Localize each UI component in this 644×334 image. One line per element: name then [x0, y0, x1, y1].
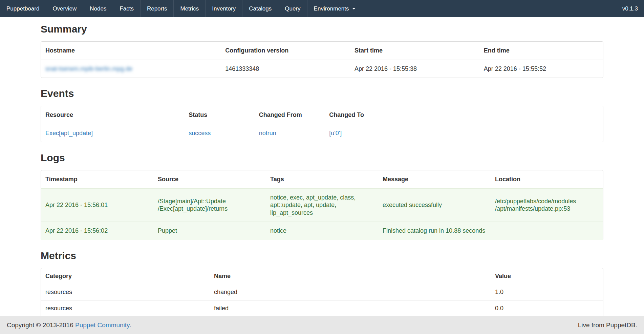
- event-row: Exec[apt_update] success notrun [u'0']: [41, 124, 603, 142]
- summary-col-start-time: Start time: [350, 42, 479, 60]
- page-footer: Copyright © 2013-2016 Puppet Community. …: [0, 316, 644, 334]
- copyright-suffix: .: [129, 321, 131, 329]
- nav-item-inventory[interactable]: Inventory: [206, 0, 242, 17]
- log-message-cell: executed successfully: [378, 188, 491, 222]
- log-source-cell: Puppet: [153, 222, 266, 240]
- metrics-col-category: Category: [41, 268, 210, 284]
- log-timestamp-cell: Apr 22 2016 - 15:56:01: [41, 188, 153, 222]
- summary-section-title: Summary: [41, 23, 603, 35]
- chevron-down-icon: [352, 8, 356, 9]
- events-col-changed-from: Changed From: [255, 106, 325, 124]
- event-status-cell: success: [184, 124, 255, 142]
- events-header-row: Resource Status Changed From Changed To: [41, 106, 603, 124]
- metric-row: resources failed 0.0: [41, 300, 603, 316]
- log-tags-cell: notice: [266, 222, 378, 240]
- metric-name-cell: failed: [210, 300, 491, 316]
- logs-col-tags: Tags: [266, 170, 378, 188]
- summary-header-row: Hostname Configuration version Start tim…: [41, 42, 603, 60]
- event-changed-from-cell: notrun: [255, 124, 325, 142]
- environments-dropdown[interactable]: Environments: [307, 0, 362, 17]
- top-navbar: Puppetboard Overview Nodes Facts Reports…: [0, 0, 644, 17]
- brand-puppetboard[interactable]: Puppetboard: [0, 0, 46, 17]
- version-label: v0.1.3: [616, 0, 644, 17]
- event-resource-cell: Exec[apt_update]: [41, 124, 184, 142]
- logs-col-message: Message: [378, 170, 491, 188]
- summary-col-hostname: Hostname: [41, 42, 221, 60]
- metrics-header-row: Category Name Value: [41, 268, 603, 284]
- logs-col-source: Source: [153, 170, 266, 188]
- metric-category-cell: resources: [41, 284, 210, 300]
- nav-item-metrics[interactable]: Metrics: [174, 0, 206, 17]
- puppetdb-status-text: Live from PuppetDB.: [578, 321, 637, 329]
- end-time-cell: Apr 22 2016 - 15:55:52: [479, 60, 603, 78]
- log-row: Apr 22 2016 - 15:56:02 Puppet notice Fin…: [41, 222, 603, 240]
- hostname-cell: snat-tserwm.mpib-berlin.mpg.de: [41, 60, 221, 78]
- summary-row: snat-tserwm.mpib-berlin.mpg.de 146133334…: [41, 60, 603, 78]
- metric-category-cell: resources: [41, 300, 210, 316]
- summary-col-end-time: End time: [479, 42, 603, 60]
- metrics-section-title: Metrics: [41, 250, 603, 262]
- logs-col-timestamp: Timestamp: [41, 170, 153, 188]
- event-changed-to-cell: [u'0']: [325, 124, 603, 142]
- nav-item-overview[interactable]: Overview: [46, 0, 83, 17]
- hostname-link[interactable]: snat-tserwm.mpib-berlin.mpg.de: [45, 65, 132, 72]
- event-status-link[interactable]: success: [189, 130, 211, 137]
- event-resource-link[interactable]: Exec[apt_update]: [45, 130, 93, 137]
- nav-item-reports[interactable]: Reports: [141, 0, 174, 17]
- log-timestamp-cell: Apr 22 2016 - 15:56:02: [41, 222, 153, 240]
- log-row: Apr 22 2016 - 15:56:01 /Stage[main]/Apt:…: [41, 188, 603, 222]
- logs-section-title: Logs: [41, 152, 603, 164]
- log-tags-cell: notice, exec, apt_update, class, apt::up…: [266, 188, 378, 222]
- metrics-col-value: Value: [491, 268, 603, 284]
- copyright-text: Copyright © 2013-2016 Puppet Community.: [7, 321, 131, 329]
- metrics-col-name: Name: [210, 268, 491, 284]
- log-location-cell: [491, 222, 603, 240]
- nav-item-catalogs[interactable]: Catalogs: [242, 0, 278, 17]
- metric-name-cell: changed: [210, 284, 491, 300]
- metric-value-cell: 0.0: [491, 300, 603, 316]
- events-col-changed-to: Changed To: [325, 106, 603, 124]
- summary-col-config-version: Configuration version: [221, 42, 350, 60]
- events-section-title: Events: [41, 88, 603, 99]
- metric-value-cell: 1.0: [491, 284, 603, 300]
- events-col-status: Status: [184, 106, 255, 124]
- metric-row: resources changed 1.0: [41, 284, 603, 300]
- events-col-resource: Resource: [41, 106, 184, 124]
- config-version-cell: 1461333348: [221, 60, 350, 78]
- log-source-cell: /Stage[main]/Apt::Update /Exec[apt_updat…: [153, 188, 266, 222]
- nav-item-nodes[interactable]: Nodes: [83, 0, 113, 17]
- puppet-community-link[interactable]: Puppet Community: [75, 321, 129, 329]
- copyright-prefix: Copyright © 2013-2016: [7, 321, 75, 329]
- nav-item-facts[interactable]: Facts: [113, 0, 141, 17]
- logs-header-row: Timestamp Source Tags Message Location: [41, 170, 603, 188]
- summary-table: Hostname Configuration version Start tim…: [41, 41, 603, 78]
- logs-col-location: Location: [491, 170, 603, 188]
- report-page: Summary Hostname Configuration version S…: [0, 17, 644, 334]
- navbar-spacer: [362, 0, 616, 17]
- events-table: Resource Status Changed From Changed To …: [41, 106, 603, 142]
- start-time-cell: Apr 22 2016 - 15:55:38: [350, 60, 479, 78]
- logs-table: Timestamp Source Tags Message Location A…: [41, 170, 603, 240]
- environments-dropdown-label: Environments: [314, 5, 349, 12]
- nav-item-query[interactable]: Query: [278, 0, 307, 17]
- log-location-cell: /etc/puppetlabs/code/modules /apt/manife…: [491, 188, 603, 222]
- log-message-cell: Finished catalog run in 10.88 seconds: [378, 222, 491, 240]
